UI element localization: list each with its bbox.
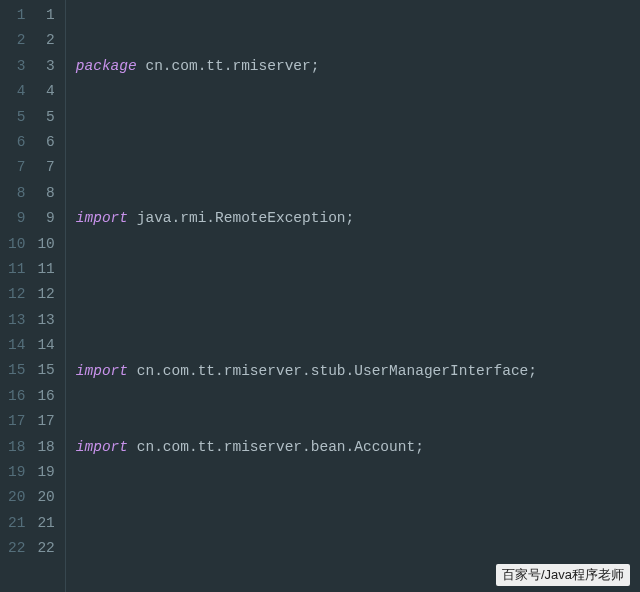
code-line	[76, 511, 616, 536]
code-line: import cn.com.tt.rmiserver.bean.Account;	[76, 435, 616, 460]
editor-gutter-inner: 1 2 3 4 5 6 7 8 9 10 11 12 13 14 15 16 1…	[31, 0, 65, 592]
code-line	[76, 130, 616, 155]
editor-gutter-outer: 1 2 3 4 5 6 7 8 9 10 11 12 13 14 15 16 1…	[0, 0, 31, 592]
watermark-label: 百家号/Java程序老师	[496, 564, 630, 586]
code-line: import java.rmi.RemoteException;	[76, 206, 616, 231]
code-line: public class UserManagerImp implements U…	[76, 587, 616, 592]
code-area[interactable]: package cn.com.tt.rmiserver; import java…	[66, 0, 616, 592]
code-line	[76, 282, 616, 307]
code-line: import cn.com.tt.rmiserver.stub.UserMana…	[76, 359, 616, 384]
code-line: package cn.com.tt.rmiserver;	[76, 54, 616, 79]
code-editor[interactable]: 1 2 3 4 5 6 7 8 9 10 11 12 13 14 15 16 1…	[0, 0, 640, 592]
